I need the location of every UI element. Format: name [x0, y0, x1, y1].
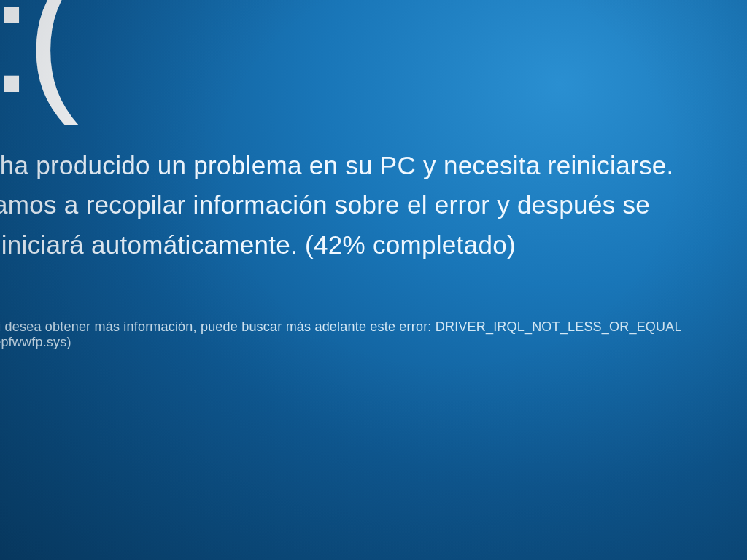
bsod-screen: :( e ha producido un problema en su PC y… — [0, 0, 747, 350]
message-line-1: e ha producido un problema en su PC y ne… — [0, 151, 674, 179]
message-line-3: reiniciará automáticamente. (42% complet… — [0, 230, 516, 259]
error-message: e ha producido un problema en su PC y ne… — [0, 146, 747, 265]
frown-emoticon: :( — [0, 0, 747, 117]
error-info-text: Si desea obtener más información, puede … — [0, 319, 747, 350]
message-line-2: Vamos a recopilar información sobre el e… — [0, 190, 650, 219]
